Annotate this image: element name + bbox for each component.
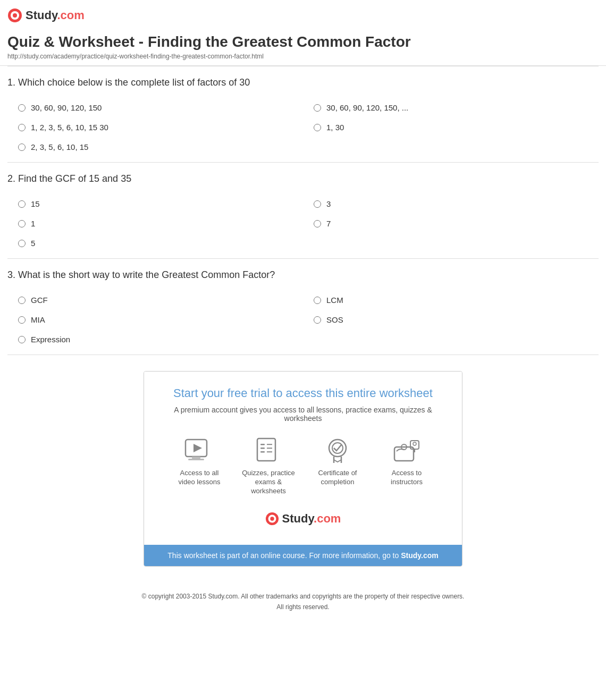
question-2: 2. Find the GCF of 15 and 35 15 1 5: [7, 163, 599, 259]
promo-top: Start your free trial to access this ent…: [144, 372, 462, 545]
option-q1-d-label: 1, 30: [326, 123, 344, 132]
svg-marker-4: [193, 444, 202, 452]
radio-q1-e[interactable]: [18, 144, 26, 151]
question-3-options: GCF MIA Expression LCM SOS: [7, 290, 599, 349]
feature-certificate: Certificate ofcompletion: [311, 435, 364, 496]
option-q2-b-label: 3: [326, 199, 331, 208]
svg-point-2: [13, 13, 17, 18]
question-1: 1. Which choice below is the complete li…: [7, 66, 599, 163]
instructor-icon: [391, 435, 423, 465]
question-1-options-right: 30, 60, 90, 120, 150, ... 1, 30: [303, 98, 599, 157]
question-2-options-right: 3 7: [303, 194, 599, 253]
question-3-options-left: GCF MIA Expression: [7, 290, 303, 349]
question-1-options: 30, 60, 90, 120, 150 1, 2, 3, 5, 6, 10, …: [7, 98, 599, 157]
radio-q3-d[interactable]: [314, 316, 321, 324]
question-1-text: 1. Which choice below is the complete li…: [7, 77, 599, 88]
svg-rect-9: [260, 448, 265, 449]
option-q2-e: 5: [7, 233, 303, 253]
question-2-options: 15 1 5 3 7: [7, 194, 599, 253]
radio-q1-c[interactable]: [18, 124, 26, 131]
option-q1-d: 1, 30: [303, 117, 599, 137]
feature-quiz-label: Quizzes, practiceexams & worksheets: [242, 469, 295, 496]
radio-q2-b[interactable]: [314, 200, 321, 208]
option-q1-e: 2, 3, 5, 6, 10, 15: [7, 137, 303, 157]
option-q2-a-label: 15: [31, 199, 40, 208]
option-q2-d: 7: [303, 214, 599, 233]
option-q1-b: 30, 60, 90, 120, 150, ...: [303, 98, 599, 117]
radio-q2-c[interactable]: [18, 220, 26, 227]
radio-q3-e[interactable]: [18, 336, 26, 343]
svg-rect-7: [257, 438, 275, 461]
option-q2-a: 15: [7, 194, 303, 214]
feature-instructor-label: Access toinstructors: [391, 469, 423, 487]
option-q3-b-label: LCM: [326, 296, 343, 305]
feature-instructor: Access toinstructors: [380, 435, 433, 496]
option-q2-e-label: 5: [31, 239, 35, 248]
radio-q3-b[interactable]: [314, 297, 321, 304]
question-3-text: 3. What is the short way to write the Gr…: [7, 269, 599, 281]
question-1-options-left: 30, 60, 90, 120, 150 1, 2, 3, 5, 6, 10, …: [7, 98, 303, 157]
radio-q1-a[interactable]: [18, 104, 26, 112]
radio-q2-e[interactable]: [18, 240, 26, 247]
option-q1-c-label: 1, 2, 3, 5, 6, 10, 15 30: [31, 123, 108, 132]
promo-subtitle: A premium account gives you access to al…: [160, 406, 446, 423]
svg-rect-8: [260, 444, 265, 445]
feature-quiz: Quizzes, practiceexams & worksheets: [242, 435, 295, 496]
promo-bottom: This worksheet is part of an online cour…: [144, 545, 462, 566]
radio-q3-a[interactable]: [18, 297, 26, 304]
promo-logo-text: Study.com: [282, 512, 341, 526]
option-q3-a-label: GCF: [31, 296, 48, 305]
logo: Study.com: [7, 8, 599, 23]
option-q3-c: MIA: [7, 310, 303, 330]
promo-logo-icon: [265, 512, 279, 526]
svg-point-14: [329, 440, 346, 457]
option-q3-c-label: MIA: [31, 315, 45, 324]
promo-features: Access to allvideo lessons: [160, 435, 446, 496]
feature-video: Access to allvideo lessons: [173, 435, 226, 496]
option-q3-d-label: SOS: [326, 315, 343, 324]
option-q3-a: GCF: [7, 290, 303, 310]
radio-q3-c[interactable]: [18, 316, 26, 324]
option-q3-e: Expression: [7, 330, 303, 349]
logo-icon: [7, 8, 22, 23]
page-url: http://study.com/academy/practice/quiz-w…: [7, 53, 599, 60]
svg-rect-10: [260, 451, 265, 453]
quiz-icon: [252, 435, 284, 465]
radio-q1-d[interactable]: [314, 124, 321, 131]
footer-line2: All rights reserved.: [7, 602, 599, 612]
promo-title: Start your free trial to access this ent…: [160, 386, 446, 400]
promo-logo: Study.com: [160, 507, 446, 534]
video-icon: [183, 435, 215, 465]
footer-line1: © copyright 2003-2015 Study.com. All oth…: [7, 591, 599, 602]
svg-rect-5: [188, 459, 204, 460]
radio-q2-d[interactable]: [314, 220, 321, 227]
question-2-options-left: 15 1 5: [7, 194, 303, 253]
logo-text: Study.com: [26, 9, 85, 22]
footer: © copyright 2003-2015 Study.com. All oth…: [7, 583, 599, 623]
page-title: Quiz & Worksheet - Finding the Greatest …: [7, 33, 599, 50]
promo-box: Start your free trial to access this ent…: [144, 371, 462, 567]
feature-certificate-label: Certificate ofcompletion: [318, 469, 357, 487]
question-3: 3. What is the short way to write the Gr…: [7, 259, 599, 355]
option-q2-c: 1: [7, 214, 303, 233]
promo-bottom-link[interactable]: Study.com: [401, 551, 439, 560]
main-content: 1. Which choice below is the complete li…: [0, 66, 606, 623]
option-q1-a: 30, 60, 90, 120, 150: [7, 98, 303, 117]
svg-rect-6: [192, 457, 200, 459]
header: Study.com Quiz & Worksheet - Finding the…: [0, 0, 606, 66]
certificate-icon: [322, 435, 354, 465]
feature-video-label: Access to allvideo lessons: [179, 469, 221, 487]
option-q1-a-label: 30, 60, 90, 120, 150: [31, 103, 102, 112]
promo-bottom-text: This worksheet is part of an online cour…: [167, 551, 399, 560]
svg-point-21: [413, 442, 416, 445]
option-q3-b: LCM: [303, 290, 599, 310]
radio-q2-a[interactable]: [18, 200, 26, 208]
svg-point-26: [270, 517, 274, 520]
radio-q1-b[interactable]: [314, 104, 321, 112]
question-3-options-right: LCM SOS: [303, 290, 599, 349]
option-q2-b: 3: [303, 194, 599, 214]
option-q1-e-label: 2, 3, 5, 6, 10, 15: [31, 142, 88, 151]
option-q2-d-label: 7: [326, 219, 331, 228]
option-q1-c: 1, 2, 3, 5, 6, 10, 15 30: [7, 117, 303, 137]
question-2-text: 2. Find the GCF of 15 and 35: [7, 173, 599, 184]
